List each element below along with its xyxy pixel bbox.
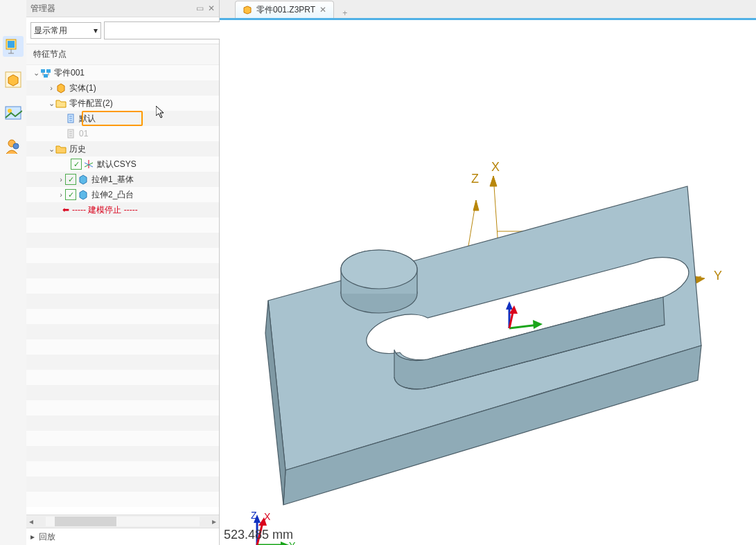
document-tab[interactable]: 零件001.Z3PRT ✕ — [235, 1, 334, 18]
chevron-down-icon: ▾ — [94, 26, 98, 35]
svg-marker-28 — [80, 175, 87, 184]
part-tab-icon — [243, 5, 252, 15]
document-tabbar: 零件001.Z3PRT ✕ + — [220, 0, 756, 20]
tree-row-config-default[interactable]: 默认 — [26, 111, 219, 126]
manager-toolbar: 显示常用 ▾ — [26, 17, 219, 44]
side-user-icon[interactable] — [3, 136, 24, 157]
tree-row-extrude1[interactable]: › ✓ 拉伸1_基体 — [26, 172, 219, 187]
tree-row-extrude2[interactable]: › ✓ 拉伸2_凸台 — [26, 187, 219, 202]
svg-rect-12 — [46, 69, 51, 73]
tree-row-history[interactable]: ⌄ 历史 — [26, 141, 219, 157]
feature-icon — [78, 189, 89, 200]
scroll-right-icon[interactable]: ▸ — [209, 517, 219, 526]
axis-z-label: Z — [471, 172, 479, 186]
manager-title: 管理器 — [30, 0, 55, 17]
side-icon-strip — [0, 0, 26, 545]
triad-z-label: Z — [251, 510, 257, 521]
config-icon — [65, 113, 76, 124]
svg-marker-50 — [490, 176, 497, 186]
tab-add-button[interactable]: + — [337, 8, 353, 18]
disclosure-closed-icon[interactable]: › — [57, 190, 65, 199]
scroll-thumb[interactable] — [55, 517, 116, 526]
tree-label: 01 — [79, 129, 88, 139]
svg-point-9 — [13, 143, 19, 149]
tree-label: 零件配置(2) — [69, 98, 113, 109]
scroll-left-icon[interactable]: ◂ — [26, 517, 36, 526]
triad-x-label: X — [264, 511, 271, 522]
tree-row-part[interactable]: ⌄ 零件001 — [26, 65, 219, 80]
svg-marker-5 — [8, 75, 18, 86]
disclosure-open-icon[interactable]: ⌄ — [47, 99, 55, 108]
tree-row-stop[interactable]: ⬅ ----- 建模停止 ----- — [26, 202, 219, 217]
tree-label: 拉伸1_基体 — [91, 174, 134, 186]
disclosure-open-icon[interactable]: ⌄ — [32, 69, 40, 78]
tree-row-solid[interactable]: › 实体(1) — [26, 80, 219, 96]
svg-marker-30 — [244, 6, 251, 14]
manager-titlebar: 管理器 ▭ ✕ — [26, 0, 219, 17]
main-area: 零件001.Z3PRT ✕ + ▼ ▼ ▼ ▼ ▼ — [220, 0, 756, 545]
side-image-icon[interactable] — [3, 102, 24, 123]
tab-close-icon[interactable]: ✕ — [319, 5, 326, 15]
solid-icon — [55, 82, 67, 93]
svg-marker-29 — [80, 190, 87, 199]
tree-label: 拉伸2_凸台 — [91, 189, 134, 201]
display-mode-select[interactable]: 显示常用 ▾ — [30, 22, 101, 39]
svg-point-60 — [341, 250, 417, 289]
tab-label: 零件001.Z3PRT — [256, 4, 315, 16]
tree-row-config-group[interactable]: ⌄ 零件配置(2) — [26, 96, 219, 111]
svg-rect-1 — [8, 41, 15, 48]
svg-marker-48 — [473, 200, 479, 211]
side-box-icon[interactable] — [3, 69, 24, 90]
tree-label: ----- 建模停止 ----- — [72, 204, 138, 216]
axis-x-label: X — [491, 160, 500, 174]
feature-icon — [78, 174, 89, 185]
tree-search-input[interactable] — [104, 21, 225, 39]
panel-min-icon[interactable]: ▭ — [196, 0, 204, 17]
svg-marker-16 — [58, 84, 64, 93]
part-icon — [40, 67, 51, 78]
tree-label: 实体(1) — [69, 82, 96, 94]
checkbox-checked-icon[interactable]: ✓ — [65, 174, 76, 185]
model-canvas[interactable]: Z X Y — [220, 20, 756, 545]
disclosure-closed-icon[interactable]: › — [47, 84, 55, 92]
panel-close-icon[interactable]: ✕ — [208, 0, 215, 17]
folder-icon — [55, 98, 67, 109]
scroll-track[interactable] — [46, 517, 200, 526]
disclosure-closed-icon[interactable]: › — [57, 175, 65, 184]
tree-section-label: 特征节点 — [26, 44, 219, 65]
status-dimension: 523.485 mm — [224, 528, 293, 542]
tree-label: 默认 — [79, 113, 96, 125]
display-mode-label: 显示常用 — [34, 25, 67, 37]
feature-tree[interactable]: ⌄ 零件001 › 实体(1) ⌄ 零件配置(2) — [26, 65, 219, 515]
play-icon: ▸ — [30, 532, 35, 542]
checkbox-checked-icon[interactable]: ✓ — [71, 159, 82, 170]
tree-row-config-01[interactable]: 01 — [26, 126, 219, 141]
disclosure-open-icon[interactable]: ⌄ — [47, 145, 55, 154]
checkbox-checked-icon[interactable]: ✓ — [65, 189, 76, 200]
tree-label: 历史 — [69, 143, 86, 155]
tree-label: 零件001 — [54, 67, 85, 79]
svg-rect-11 — [41, 69, 45, 73]
csys-icon — [83, 159, 94, 170]
svg-marker-55 — [695, 276, 705, 283]
folder-open-icon — [55, 143, 67, 154]
manager-panel: 管理器 ▭ ✕ 显示常用 ▾ 特征节点 ⌄ 零件001 — [26, 0, 220, 545]
playback-bar[interactable]: ▸ 回放 — [26, 528, 219, 545]
playback-label: 回放 — [39, 531, 55, 543]
stop-arrow-icon: ⬅ — [62, 205, 69, 215]
config-grey-icon — [65, 128, 76, 139]
tree-label: 默认CSYS — [97, 159, 137, 170]
svg-rect-13 — [44, 74, 48, 78]
tree-row-csys[interactable]: ✓ 默认CSYS — [26, 157, 219, 172]
tree-h-scrollbar[interactable]: ◂ ▸ — [26, 515, 219, 528]
side-tree-icon[interactable] — [3, 36, 24, 57]
axis-y-label: Y — [714, 269, 722, 283]
